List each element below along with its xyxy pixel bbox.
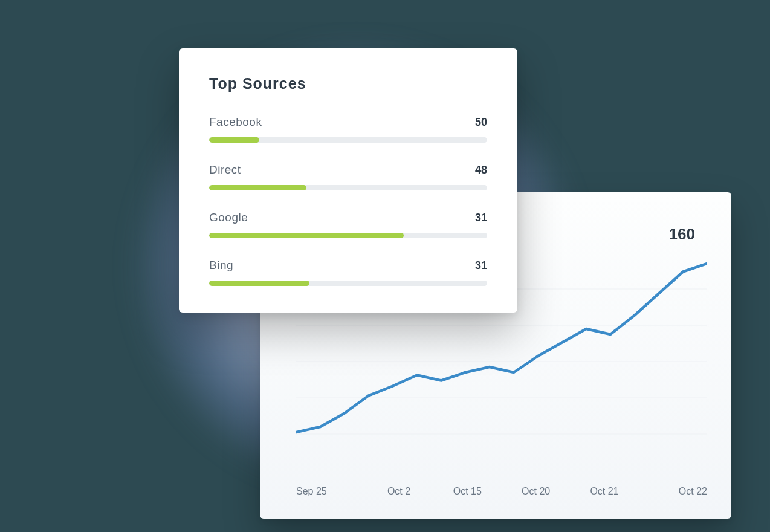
source-item: Direct48	[209, 163, 487, 190]
source-value: 31	[475, 212, 487, 224]
source-row: Direct48	[209, 163, 487, 177]
x-tick: Oct 22	[639, 486, 707, 497]
source-row: Google31	[209, 211, 487, 224]
x-tick: Sep 25	[296, 486, 364, 497]
source-bar-fill	[209, 281, 309, 286]
x-tick: Oct 2	[364, 486, 433, 497]
source-label: Google	[209, 211, 248, 224]
source-bar-fill	[209, 185, 306, 190]
source-item: Bing31	[209, 259, 487, 286]
source-value: 48	[475, 164, 487, 177]
source-bar-track	[209, 281, 487, 286]
x-tick: Oct 15	[433, 486, 502, 497]
source-item: Google31	[209, 211, 487, 238]
line-chart-x-axis: Sep 25Oct 2Oct 15Oct 20Oct 21Oct 22	[296, 486, 707, 497]
source-value: 50	[475, 116, 487, 129]
source-value: 31	[475, 259, 487, 272]
source-item: Facebook50	[209, 115, 487, 143]
top-sources-list: Facebook50Direct48Google31Bing31	[209, 115, 487, 286]
source-bar-track	[209, 137, 487, 143]
source-label: Bing	[209, 259, 233, 272]
source-bar-track	[209, 233, 487, 238]
source-bar-fill	[209, 137, 259, 143]
x-tick: Oct 21	[570, 486, 638, 497]
source-bar-track	[209, 185, 487, 190]
top-sources-title: Top Sources	[209, 75, 487, 92]
line-metric-value: 160	[669, 225, 695, 244]
x-tick: Oct 20	[502, 486, 570, 497]
source-label: Direct	[209, 163, 241, 177]
source-row: Bing31	[209, 259, 487, 272]
source-row: Facebook50	[209, 115, 487, 129]
source-bar-fill	[209, 233, 404, 238]
top-sources-card: Top Sources Facebook50Direct48Google31Bi…	[179, 48, 517, 313]
source-label: Facebook	[209, 115, 262, 129]
